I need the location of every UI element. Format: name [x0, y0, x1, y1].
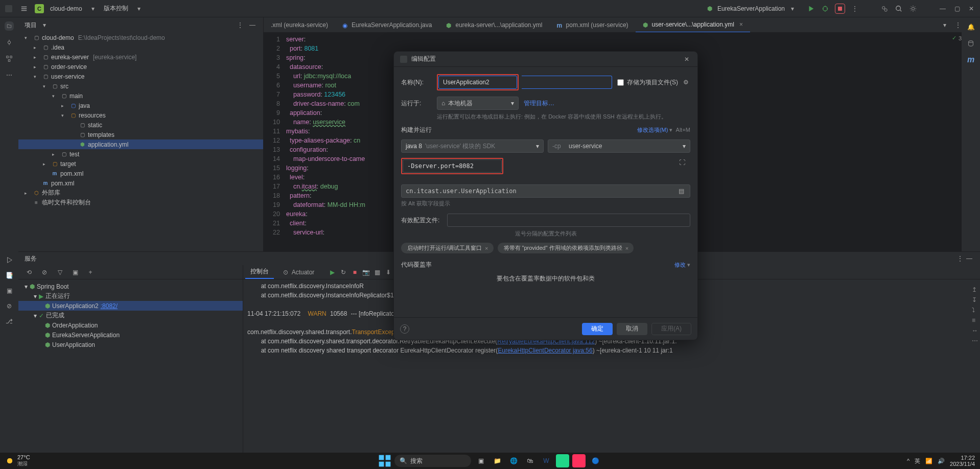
chip-remove-icon[interactable]: × [485, 245, 488, 251]
cancel-button[interactable]: 取消 [617, 323, 647, 335]
run-button[interactable] [806, 4, 815, 13]
structure-tool-icon[interactable] [5, 54, 14, 63]
project-panel-header: 项目 ▾ ⋮ — [18, 17, 263, 33]
clock[interactable]: 17:222023/11/4 [950, 455, 975, 467]
run-config-selector[interactable]: ⬢ EurekaServerApplication ▾ [701, 3, 801, 14]
chip-remove-icon[interactable]: × [625, 245, 628, 251]
console-side-toolbar[interactable]: ↥↧⤵≡↔⋯ [972, 286, 978, 344]
expand-icon[interactable]: ⛶ [678, 158, 687, 167]
weather-widget[interactable]: 27°C潮湿 [5, 454, 30, 467]
dialog-close-icon[interactable]: ✕ [682, 55, 691, 64]
minimize-icon[interactable]: — [938, 4, 947, 13]
taskbar-search[interactable]: 🔍搜索 [394, 455, 471, 467]
hide-icon[interactable]: — [248, 20, 257, 30]
classpath-select[interactable]: -cp user-service▾ [548, 139, 690, 153]
modify-coverage-link[interactable]: 修改 [674, 262, 686, 268]
wifi-icon[interactable]: 📶 [925, 458, 932, 464]
chip-provided-scope[interactable]: 将带有 "provided" 作用域的依赖项添加到类路径× [498, 243, 634, 253]
modify-options-link[interactable]: 修改选项(M) [637, 127, 668, 133]
search-icon: 🔍 [400, 457, 407, 464]
bookmarks-tool-icon[interactable]: 📑 [5, 271, 14, 280]
collapse-icon[interactable]: ⋮ [236, 20, 245, 30]
svc-user-app2: ⬢UserApplication2 :8082/ [18, 301, 243, 311]
git-tool-icon[interactable]: ⎇ [5, 317, 14, 326]
project-tool-icon[interactable] [5, 21, 14, 31]
settings-icon[interactable] [908, 4, 918, 13]
more-icon[interactable]: ⋮ [850, 4, 859, 13]
layout-icon[interactable]: ▣ [71, 268, 80, 277]
stop-icon[interactable]: ⊘ [40, 268, 49, 277]
close-tab-icon[interactable]: × [739, 21, 743, 28]
close-window-icon[interactable]: ✕ [967, 4, 976, 13]
left-tool-rail-bottom: 📑 ▣ ⊘ ⎇ [0, 251, 18, 453]
services-toolbar[interactable]: ⟲ ⊘ ▽ ▣ + [18, 265, 243, 279]
volume-icon[interactable]: 🔊 [938, 458, 945, 464]
gear-icon[interactable]: ⚙ [681, 78, 690, 87]
dialog-title: 编辑配置 [411, 55, 436, 63]
maximize-icon[interactable]: ▢ [952, 4, 962, 13]
filter-icon[interactable]: ▽ [55, 268, 64, 277]
tray-chevron-icon[interactable]: ^ [907, 458, 909, 464]
editor-tabs[interactable]: .xml (eureka-service) ◉EurekaServerAppli… [264, 17, 980, 33]
store-icon[interactable]: 🛍 [523, 454, 536, 467]
dialog-titlebar[interactable]: 编辑配置 ✕ [394, 52, 697, 67]
services-tool-icon[interactable] [5, 255, 14, 265]
tab-eureka-yml: ⬢eureka-server\...\application.yml [439, 17, 549, 33]
store-as-file-checkbox[interactable] [617, 79, 624, 86]
notifications-icon[interactable]: 🔔 [966, 22, 975, 32]
vm-options-input[interactable] [403, 159, 502, 173]
tab-actuator: ⊙ Actuator [276, 266, 319, 279]
word-icon[interactable]: W [540, 454, 553, 467]
main-class-input[interactable]: cn.itcast.user.UserApplication▤ [401, 184, 690, 198]
label-active-profiles: 有效配置文件: [401, 216, 442, 225]
project-icon: C [35, 4, 44, 13]
problems-tool-icon[interactable]: ⊘ [5, 301, 14, 311]
database-icon[interactable] [966, 39, 975, 48]
svg-point-3 [884, 9, 887, 11]
start-icon[interactable] [378, 454, 391, 467]
intellij-icon[interactable] [572, 454, 586, 467]
commit-tool-icon[interactable] [5, 38, 14, 47]
pycharm-icon[interactable] [556, 454, 569, 467]
tab-pom-user: mpom.xml (user-service) [550, 17, 636, 33]
tab-pom-eureka: .xml (eureka-service) [264, 17, 335, 33]
sun-icon [5, 456, 14, 465]
windows-taskbar[interactable]: 27°C潮湿 🔍搜索 ▣ 📁 🌐 🛍 W 🔵 ^ 英 📶 🔊 17:222023… [0, 453, 980, 469]
add-icon[interactable]: + [86, 268, 95, 277]
config-name-input[interactable] [438, 76, 517, 89]
section-coverage: 代码覆盖率 [401, 261, 432, 269]
apply-button[interactable]: 应用(A) [651, 323, 691, 335]
debug-button[interactable] [821, 4, 830, 13]
main-menu-icon[interactable] [19, 4, 29, 13]
label-name: 名称(N): [401, 78, 432, 87]
tab-console: 控制台 [245, 265, 274, 279]
svg-point-5 [912, 7, 914, 10]
edge-icon[interactable]: 🌐 [507, 454, 520, 467]
terminal-tool-icon[interactable]: ▣ [5, 286, 14, 295]
search-icon[interactable] [894, 4, 903, 13]
code-with-me-icon[interactable] [880, 4, 889, 13]
sdk-select[interactable]: java 8 'user-service' 模块的 SDK▾ [401, 139, 544, 153]
chrome-icon[interactable]: 🔵 [589, 454, 602, 467]
help-icon[interactable]: ? [400, 324, 409, 334]
stop-button[interactable] [835, 4, 845, 14]
chip-open-tool-window[interactable]: 启动时打开运行/调试工具窗口× [401, 243, 494, 253]
services-tree[interactable]: ▾⬢Spring Boot ▾▶正在运行 ⬢UserApplication2 :… [18, 279, 243, 453]
active-profiles-input[interactable] [447, 214, 690, 227]
maven-icon[interactable]: m [966, 55, 975, 64]
project-name[interactable]: cloud-demo [50, 5, 82, 12]
ime-icon[interactable]: 英 [915, 457, 920, 465]
chevron-down-icon[interactable]: ▾ [134, 4, 144, 13]
ok-button[interactable]: 确定 [582, 323, 613, 335]
tree-node-application-yml: ⬢application.yml [18, 139, 263, 149]
manage-targets-link[interactable]: 管理目标… [524, 99, 554, 108]
vcs-menu[interactable]: 版本控制 [104, 4, 128, 13]
run-on-select[interactable]: ⌂本地机器▾ [437, 97, 519, 110]
more-tools-icon[interactable]: ⋯ [5, 71, 14, 80]
svg-point-10 [969, 41, 973, 43]
rerun-icon[interactable]: ⟲ [25, 268, 34, 277]
task-view-icon[interactable]: ▣ [474, 454, 487, 467]
svg-rect-8 [10, 56, 12, 58]
chevron-down-icon[interactable]: ▾ [88, 4, 98, 13]
explorer-icon[interactable]: 📁 [491, 454, 504, 467]
